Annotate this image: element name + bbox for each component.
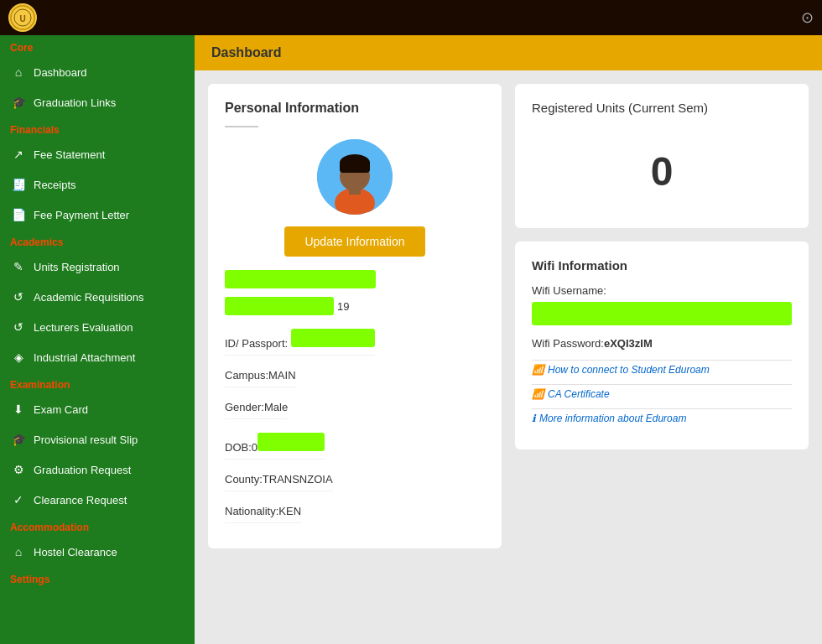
gender-row: Gender:Male xyxy=(225,396,288,419)
sidebar-item-units-registration[interactable]: ✎ Units Registration xyxy=(0,252,195,282)
main-layout: Core ⌂ Dashboard 🎓 Graduation Links Fina… xyxy=(0,35,822,644)
gender-label: Gender: xyxy=(225,401,264,413)
campus-row: Campus:MAIN xyxy=(225,364,296,387)
wifi-title: Wifi Information xyxy=(532,258,792,273)
sidebar-item-clearance-request[interactable]: ✓ Clearance Request xyxy=(0,485,195,515)
eval-icon: ↺ xyxy=(12,320,25,334)
sidebar-section-examination: Examination xyxy=(0,372,195,394)
ca-certificate-link[interactable]: 📶 CA Certificate xyxy=(532,388,792,400)
wifi-username-redacted xyxy=(532,302,792,325)
id-passport-redacted xyxy=(291,329,375,347)
name-redacted xyxy=(225,270,376,288)
divider3 xyxy=(532,408,792,409)
divider2 xyxy=(532,384,792,385)
wifi-info-card: Wifi Information Wifi Username: Wifi Pas… xyxy=(515,242,809,449)
dob-row: DOB:0 xyxy=(225,428,325,460)
wifi-password-label: Wifi Password: xyxy=(532,337,604,350)
update-information-button[interactable]: Update Information xyxy=(284,226,424,257)
sidebar-item-exam-card[interactable]: ⬇ Exam Card xyxy=(0,394,195,424)
sidebar-item-dashboard[interactable]: ⌂ Dashboard xyxy=(0,57,195,87)
sidebar-item-fee-payment-letter[interactable]: 📄 Fee Payment Letter xyxy=(0,200,195,230)
year-suffix: 19 xyxy=(337,300,349,313)
sidebar-item-lecturers-evaluation[interactable]: ↺ Lecturers Evaluation xyxy=(0,312,195,342)
fee-statement-icon: ↗ xyxy=(12,148,25,161)
content-area: Dashboard Personal Information xyxy=(195,35,822,644)
wifi-password-row: Wifi Password:eXQI3zIM xyxy=(532,337,792,350)
sidebar-section-financials: Financials xyxy=(0,117,195,139)
document-icon: 📄 xyxy=(12,208,25,221)
divider xyxy=(225,126,258,127)
year-field: 19 xyxy=(225,297,485,315)
svg-text:U: U xyxy=(19,14,25,23)
dob-prefix: 0 xyxy=(252,441,258,454)
nationality-label: Nationality: xyxy=(225,505,278,517)
wifi-username-label: Wifi Username: xyxy=(532,284,792,297)
top-bar: U ⊙ xyxy=(0,0,822,35)
sidebar-item-provisional-result-slip[interactable]: 🎓 Provisional result Slip xyxy=(0,424,195,454)
home-icon: ⌂ xyxy=(12,65,25,79)
avatar xyxy=(317,139,393,215)
svg-rect-8 xyxy=(340,161,370,173)
content-body: Personal Information xyxy=(195,70,822,644)
avatar-container xyxy=(317,139,393,215)
personal-info-card: Personal Information xyxy=(208,84,502,548)
county-value: TRANSNZOIA xyxy=(263,473,333,486)
personal-info-title: Personal Information xyxy=(225,101,359,116)
dashboard-header: Dashboard xyxy=(195,35,822,70)
gender-value: Male xyxy=(264,401,288,413)
registered-units-value: 0 xyxy=(532,132,792,211)
logo: U xyxy=(8,3,37,32)
page-title: Dashboard xyxy=(211,45,282,60)
sidebar: Core ⌂ Dashboard 🎓 Graduation Links Fina… xyxy=(0,35,195,644)
left-column: Personal Information xyxy=(208,84,502,631)
nationality-value: KEN xyxy=(278,505,301,517)
sidebar-toggle-icon[interactable]: ⊙ xyxy=(801,8,814,27)
attachment-icon: ◈ xyxy=(12,351,25,364)
wifi-signal-icon2: 📶 xyxy=(532,388,544,400)
edit-icon: ✎ xyxy=(12,260,25,273)
sidebar-section-core: Core xyxy=(0,35,195,57)
info-icon: ℹ xyxy=(532,413,536,424)
dob-redacted xyxy=(258,433,325,451)
nationality-row: Nationality:KEN xyxy=(225,500,301,523)
sidebar-section-accommodation: Accommodation xyxy=(0,515,195,537)
eduroam-connect-link[interactable]: 📶 How to connect to Student Eduroam xyxy=(532,364,792,376)
name-field xyxy=(225,270,485,288)
dob-label: DOB: xyxy=(225,441,252,454)
more-info-eduroam-link[interactable]: ℹ More information about Eduroam xyxy=(532,413,792,424)
id-passport-label: ID/ Passport: xyxy=(225,337,288,350)
hostel-icon: ⌂ xyxy=(12,545,25,558)
download-icon: ⬇ xyxy=(12,402,25,416)
gear-icon: ⚙ xyxy=(12,463,25,476)
campus-label: Campus: xyxy=(225,369,268,382)
county-label: County: xyxy=(225,473,263,486)
sidebar-item-graduation-request[interactable]: ⚙ Graduation Request xyxy=(0,454,195,485)
check-icon: ✓ xyxy=(12,493,25,506)
campus-value: MAIN xyxy=(268,369,296,382)
result-icon: 🎓 xyxy=(12,433,25,446)
sidebar-item-fee-statement[interactable]: ↗ Fee Statement xyxy=(0,139,195,169)
county-row: County:TRANSNZOIA xyxy=(225,468,333,491)
sidebar-item-graduation-links[interactable]: 🎓 Graduation Links xyxy=(0,87,195,117)
wifi-signal-icon: 📶 xyxy=(532,364,544,376)
year-redacted xyxy=(225,297,334,315)
sidebar-item-receipts[interactable]: 🧾 Receipts xyxy=(0,169,195,200)
divider1 xyxy=(532,360,792,361)
refresh-icon: ↺ xyxy=(12,290,25,304)
sidebar-section-settings: Settings xyxy=(0,567,195,589)
registered-units-card: Registered Units (Current Sem) 0 xyxy=(515,84,809,228)
receipts-icon: 🧾 xyxy=(12,178,25,191)
registered-units-title: Registered Units (Current Sem) xyxy=(532,101,792,115)
right-column: Registered Units (Current Sem) 0 Wifi In… xyxy=(515,84,809,631)
sidebar-item-hostel-clearance[interactable]: ⌂ Hostel Clearance xyxy=(0,537,195,567)
sidebar-item-academic-requisitions[interactable]: ↺ Academic Requisitions xyxy=(0,282,195,312)
sidebar-item-industrial-attachment[interactable]: ◈ Industrial Attachment xyxy=(0,342,195,372)
sidebar-section-academics: Academics xyxy=(0,230,195,252)
id-passport-row: ID/ Passport: xyxy=(225,324,375,356)
wifi-password-value: eXQI3zIM xyxy=(604,337,653,350)
graduation-icon: 🎓 xyxy=(12,96,25,109)
